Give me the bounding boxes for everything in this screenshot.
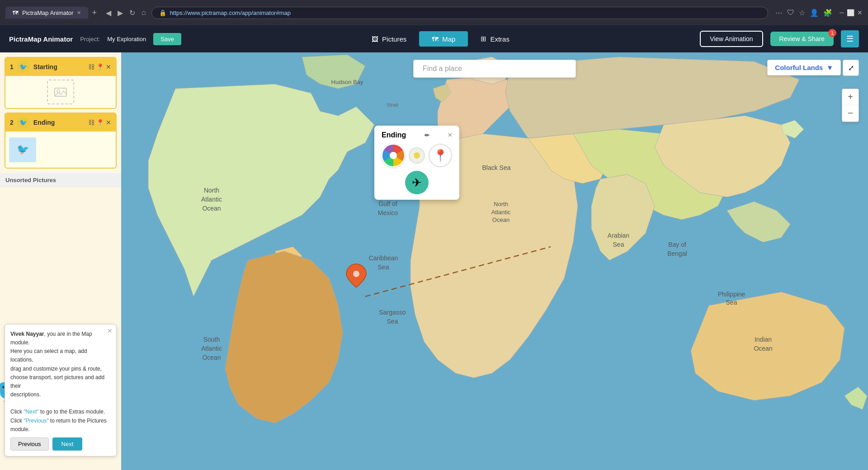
window-controls: ─ ⬜ ✕ (840, 9, 863, 16)
svg-text:Bengal: Bengal (667, 250, 687, 257)
svg-text:Philippine: Philippine (718, 291, 745, 298)
svg-text:North: North (494, 201, 508, 207)
menu-button[interactable]: ☰ (841, 30, 859, 47)
tooltip-close-btn[interactable]: ✕ (107, 327, 113, 334)
svg-point-30 (353, 271, 359, 277)
unsorted-label: Unsorted Pictures (5, 177, 56, 183)
map-area[interactable]: North Atlantic Ocean South Atlantic Ocea… (121, 52, 868, 470)
bookmark-btn[interactable]: ☆ (799, 9, 805, 17)
scene-2[interactable]: 2 🐦 Ending ⛓ 📍 ✕ 🐦 (5, 113, 117, 169)
tab-pictures[interactable]: 🖼 Pictures (359, 31, 419, 47)
scene-1-close-icon[interactable]: ✕ (106, 63, 111, 70)
zoom-out-btn[interactable]: − (842, 105, 859, 122)
scene-1-content (5, 76, 116, 108)
colorwheel-inner (390, 152, 397, 159)
scene-1-image-placeholder (47, 80, 74, 104)
ending-popup-header: Ending ✏ × (382, 131, 452, 139)
view-animation-button[interactable]: View Animation (700, 31, 763, 47)
world-map-svg: North Atlantic Ocean South Atlantic Ocea… (121, 52, 868, 470)
scene-2-content: 🐦 (5, 132, 116, 168)
ending-popup-close-btn[interactable]: × (448, 131, 452, 139)
tab-favicon: 🗺 (13, 9, 19, 16)
app-header: PictraMap Animator Project: My Explorati… (0, 25, 868, 52)
next-button[interactable]: Next (52, 437, 83, 451)
svg-text:Atlantic: Atlantic (201, 196, 222, 203)
close-btn[interactable]: ✕ (857, 9, 863, 16)
app-logo: PictraMap Animator (9, 35, 73, 43)
colorwheel-icon[interactable] (382, 144, 405, 167)
svg-text:Strait: Strait (387, 102, 398, 108)
forward-btn[interactable]: ▶ (116, 7, 125, 19)
ending-popup-icons: 📍 (382, 144, 452, 167)
pictures-icon: 🖼 (372, 35, 378, 43)
red-pin-icon[interactable]: 📍 (429, 144, 452, 167)
dot-inner (414, 152, 420, 159)
tab-pictures-label: Pictures (382, 35, 406, 43)
scene-1-header: 1 🐦 Starting ⛓ 📍 ✕ (5, 58, 116, 76)
ending-popup-title: Ending (382, 131, 406, 139)
svg-text:Atlantic: Atlantic (491, 209, 511, 216)
map-style-selector[interactable]: Colorful Lands ▼ (767, 60, 841, 75)
tab-map[interactable]: 🗺 Map (419, 31, 468, 47)
restore-btn[interactable]: ⬜ (847, 9, 854, 16)
browser-nav: ◀ ▶ ↻ ⌂ (104, 7, 148, 19)
edit-icon[interactable]: ✏ (425, 132, 429, 139)
unsorted-section[interactable]: Unsorted Pictures (0, 173, 121, 187)
tab-close-btn[interactable]: ✕ (77, 10, 81, 16)
svg-text:Sea: Sea (378, 263, 389, 271)
scene-2-number: 2 (10, 119, 14, 126)
svg-text:Hudson Bay: Hudson Bay (331, 79, 363, 85)
svg-text:Caribbean: Caribbean (369, 254, 398, 262)
profile-icon: 👤 (810, 9, 819, 17)
svg-text:Ocean: Ocean (754, 345, 772, 352)
scene-2-header: 2 🐦 Ending ⛓ 📍 ✕ (5, 113, 116, 132)
minimize-btn[interactable]: ─ (840, 9, 844, 16)
security-icon: 🔒 (159, 9, 166, 16)
tooltip-buttons: Previous Next (10, 437, 111, 451)
back-btn[interactable]: ◀ (104, 7, 113, 19)
header-tabs: 🖼 Pictures 🗺 Map ⊞ Extras (189, 31, 693, 47)
search-placeholder: Find a place (423, 65, 462, 72)
scene-1-number: 1 (10, 63, 14, 70)
svg-text:Sea: Sea (726, 299, 737, 306)
scene-1-pin-icon[interactable]: 📍 (96, 63, 104, 70)
scene-2-icon: 🐦 (17, 116, 30, 129)
review-share-button[interactable]: Review & Share (770, 32, 834, 46)
expand-icon: ⤢ (848, 64, 854, 72)
reload-btn[interactable]: ↻ (127, 7, 137, 19)
airplane-icon[interactable]: ✈ (405, 171, 429, 194)
scene-2-close-icon[interactable]: ✕ (106, 119, 111, 126)
dot-icon[interactable] (409, 147, 425, 164)
svg-text:Ocean: Ocean (492, 216, 509, 223)
new-tab-btn[interactable]: + (92, 8, 97, 18)
search-bar[interactable]: Find a place (413, 60, 576, 78)
svg-text:Mexico: Mexico (378, 209, 398, 216)
notification-badge: 1 (828, 29, 836, 37)
home-btn[interactable]: ⌂ (140, 7, 148, 19)
svg-text:Ocean: Ocean (202, 205, 221, 212)
sidebar: 1 🐦 Starting ⛓ 📍 ✕ (0, 52, 121, 470)
scene-2-pin-icon[interactable]: 📍 (96, 119, 104, 126)
svg-text:Ocean: Ocean (202, 354, 221, 361)
save-button[interactable]: Save (153, 33, 181, 45)
zoom-in-btn[interactable]: + (842, 89, 859, 105)
previous-button[interactable]: Previous (10, 437, 49, 451)
scene-2-link-icon[interactable]: ⛓ (88, 119, 94, 126)
scene-1[interactable]: 1 🐦 Starting ⛓ 📍 ✕ (5, 57, 117, 109)
scene-1-icon: 🐦 (17, 61, 30, 73)
extensions-btn[interactable]: ⋯ (775, 9, 783, 17)
scene-1-link-icon[interactable]: ⛓ (88, 63, 94, 70)
map-style-label: Colorful Lands (775, 64, 823, 71)
address-bar[interactable]: 🔒 https://www.pictramap.com/app/animator… (151, 7, 768, 19)
tab-map-label: Map (442, 35, 455, 43)
tab-extras-label: Extras (490, 35, 509, 43)
extensions-icon: 🧩 (823, 9, 832, 17)
svg-text:Sea: Sea (387, 318, 398, 325)
map-icon: 🗺 (432, 35, 439, 43)
scene-2-title: Ending (33, 119, 85, 126)
scene-1-title: Starting (33, 63, 85, 70)
expand-button[interactable]: ⤢ (843, 60, 859, 76)
tab-extras[interactable]: ⊞ Extras (468, 31, 522, 47)
browser-tab[interactable]: 🗺 PictraMap Animator ✕ (5, 7, 88, 19)
extras-icon: ⊞ (481, 35, 486, 43)
